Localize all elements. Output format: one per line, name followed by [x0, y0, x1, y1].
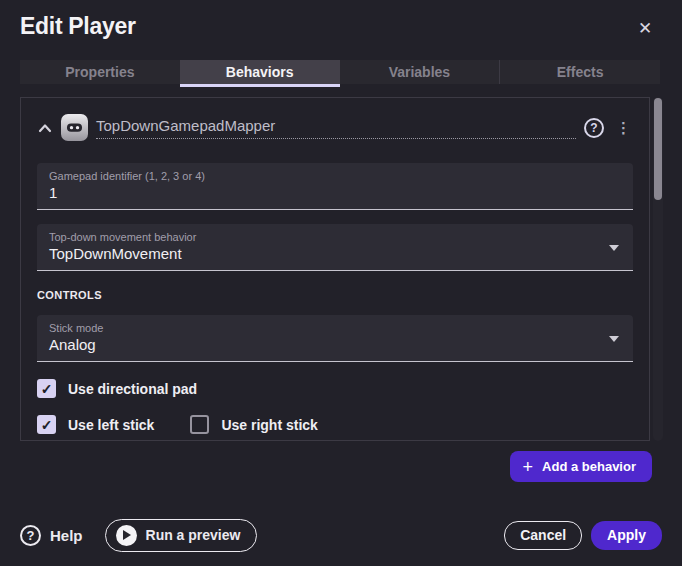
help-button[interactable]: ? Help [20, 525, 83, 546]
tab-effects[interactable]: Effects [499, 60, 660, 84]
play-icon [116, 525, 137, 546]
use-right-stick-checkbox[interactable]: Use right stick [190, 415, 317, 434]
tab-bar: Properties Behaviors Variables Effects [20, 60, 660, 84]
run-preview-button[interactable]: Run a preview [105, 519, 258, 552]
gamepad-identifier-value[interactable]: 1 [49, 184, 621, 201]
chevron-down-icon [609, 336, 619, 342]
checkbox-row-2: ✓ Use left stick Use right stick [37, 415, 633, 434]
plus-icon: + [523, 458, 534, 476]
dialog-header: Edit Player ✕ [0, 0, 682, 60]
checkbox-label: Use left stick [68, 417, 154, 433]
gamepad-icon [61, 114, 88, 141]
checkbox-checked-icon[interactable]: ✓ [37, 379, 56, 398]
apply-button[interactable]: Apply [591, 521, 662, 550]
panel-scrollbar[interactable] [653, 97, 663, 441]
stick-mode-select[interactable]: Stick mode Analog [37, 315, 633, 362]
run-preview-label: Run a preview [146, 527, 241, 543]
scrollbar-thumb[interactable] [654, 98, 662, 200]
use-left-stick-checkbox[interactable]: ✓ Use left stick [37, 415, 154, 434]
controls-section-title: CONTROLS [37, 289, 633, 301]
help-icon: ? [20, 525, 41, 546]
movement-behavior-label: Top-down movement behavior [49, 231, 621, 243]
help-label: Help [50, 527, 83, 544]
behavior-header: TopDownGamepadMapper ? ⋮ [37, 114, 635, 141]
behavior-menu-icon[interactable]: ⋮ [612, 119, 635, 137]
stick-mode-label: Stick mode [49, 322, 621, 334]
edit-player-dialog: Edit Player ✕ Properties Behaviors Varia… [0, 0, 682, 566]
checkbox-label: Use right stick [221, 417, 317, 433]
checkbox-unchecked-icon[interactable] [190, 415, 209, 434]
close-icon[interactable]: ✕ [634, 18, 656, 40]
collapse-chevron-up-icon[interactable] [37, 122, 53, 134]
tab-properties[interactable]: Properties [20, 60, 180, 84]
chevron-down-icon [609, 245, 619, 251]
movement-behavior-select[interactable]: Top-down movement behavior TopDownMoveme… [37, 224, 633, 271]
movement-behavior-value: TopDownMovement [49, 245, 621, 262]
checkbox-checked-icon[interactable]: ✓ [37, 415, 56, 434]
gamepad-identifier-label: Gamepad identifier (1, 2, 3 or 4) [49, 170, 621, 182]
behaviors-panel: TopDownGamepadMapper ? ⋮ Gamepad identif… [20, 97, 650, 441]
behavior-help-icon[interactable]: ? [584, 118, 604, 138]
use-directional-pad-checkbox[interactable]: ✓ Use directional pad [37, 379, 197, 398]
behavior-name-field[interactable]: TopDownGamepadMapper [96, 117, 576, 139]
add-behavior-row: + Add a behavior [510, 451, 652, 482]
stick-mode-value: Analog [49, 336, 621, 353]
page-title: Edit Player [20, 13, 136, 40]
dialog-footer: ? Help Run a preview Cancel Apply [20, 518, 662, 552]
tab-variables[interactable]: Variables [340, 60, 500, 84]
cancel-button[interactable]: Cancel [504, 521, 582, 550]
tab-behaviors[interactable]: Behaviors [180, 60, 340, 84]
add-behavior-label: Add a behavior [542, 459, 636, 474]
checkbox-label: Use directional pad [68, 381, 197, 397]
gamepad-identifier-field[interactable]: Gamepad identifier (1, 2, 3 or 4) 1 [37, 163, 633, 210]
add-behavior-button[interactable]: + Add a behavior [510, 451, 652, 482]
checkbox-row-1: ✓ Use directional pad [37, 379, 633, 398]
